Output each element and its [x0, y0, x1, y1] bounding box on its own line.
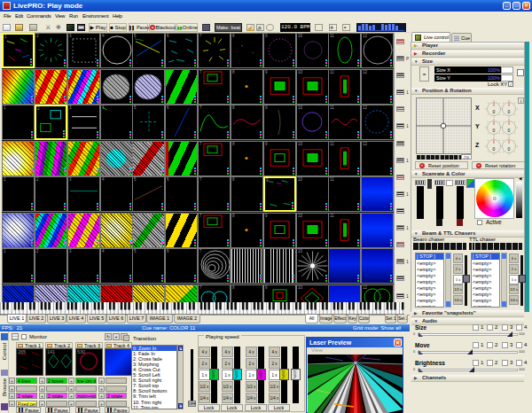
svg-text:0: 0 [493, 109, 496, 114]
svg-text:0: 0 [493, 146, 496, 152]
svg-text:0: 0 [508, 128, 511, 133]
svg-text:0: 0 [508, 146, 511, 152]
svg-text:0: 0 [508, 109, 511, 114]
svg-text:0: 0 [493, 128, 496, 133]
